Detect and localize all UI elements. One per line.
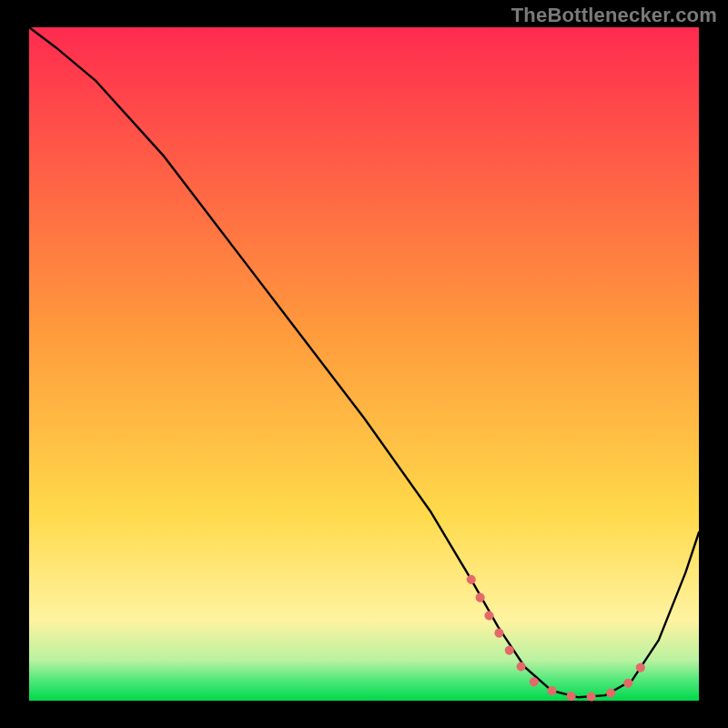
bottleneck-chart (0, 0, 728, 728)
watermark-text: TheBottlenecker.com (511, 4, 717, 27)
plot-background (29, 27, 699, 701)
chart-container: TheBottlenecker.com (0, 0, 728, 728)
